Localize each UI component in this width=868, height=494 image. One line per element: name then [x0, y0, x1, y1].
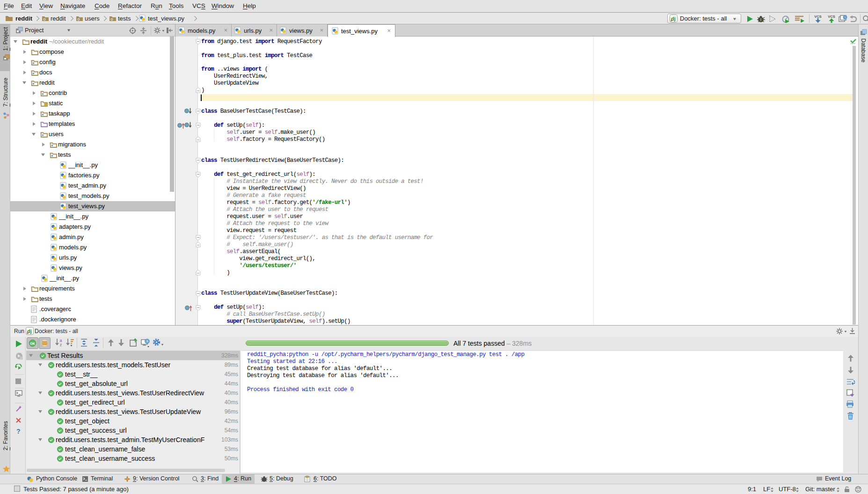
- svg-text:VCS: VCS: [828, 15, 835, 19]
- svg-text:z: z: [60, 342, 62, 347]
- svg-text:OK: OK: [30, 342, 35, 345]
- svg-text:VCS: VCS: [814, 15, 821, 19]
